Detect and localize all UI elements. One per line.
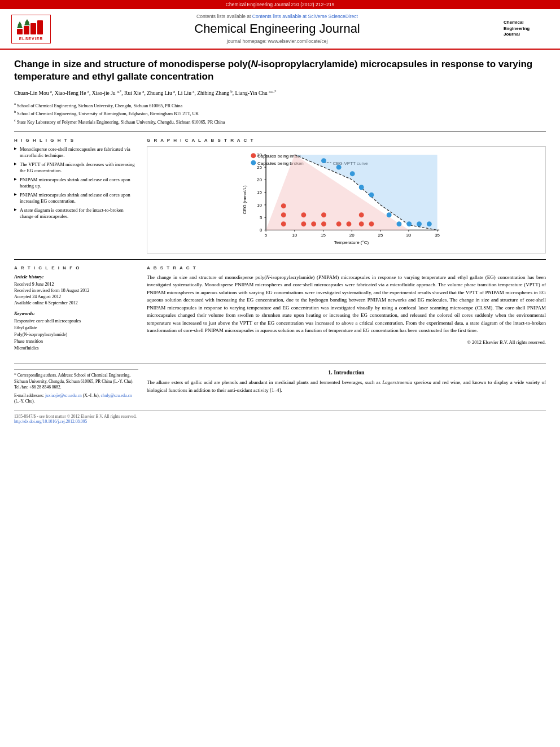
highlights-header: H I G H L I G H T S: [14, 138, 138, 143]
svg-marker-5: [24, 19, 30, 25]
svg-text:20: 20: [257, 177, 262, 182]
sciverse-link[interactable]: Contents lists available at Contents lis…: [56, 14, 498, 19]
journal-citation: Chemical Engineering Journal 210 (2012) …: [226, 2, 334, 7]
keyword-1: Responsive core-shell microcapsules: [14, 318, 138, 325]
abstract-header: A B S T R A C T: [147, 265, 546, 270]
svg-text:0: 0: [260, 228, 262, 233]
received-date: Received 9 June 2012: [14, 281, 138, 287]
abstract-column: A B S T R A C T The change in size and s…: [147, 265, 546, 357]
svg-point-61: [350, 171, 355, 176]
journal-title-area: Contents lists available at Contents lis…: [56, 14, 498, 44]
svg-point-66: [406, 221, 412, 226]
sciverse-anchor[interactable]: Contents lists available at SciVerse Sci…: [252, 14, 358, 19]
doi-link[interactable]: http://dx.doi.org/10.1016/j.cej.2012.08.…: [14, 419, 546, 424]
highlights-list: Monodisperse core-shell microcapsules ar…: [14, 146, 138, 220]
divider-1: [14, 132, 546, 132]
elsevier-tree-svg: [16, 18, 47, 36]
svg-point-8: [251, 160, 256, 165]
issn-text: 1385-8947/$ - see front matter © 2012 El…: [14, 414, 546, 419]
svg-marker-4: [17, 21, 23, 28]
svg-point-60: [336, 164, 342, 169]
svg-point-55: [347, 221, 352, 226]
svg-point-57: [359, 212, 364, 217]
journal-title-small-text: ChemicalEngineeringJournal: [504, 20, 549, 37]
journal-main-title: Chemical Engineering Journal: [56, 21, 498, 36]
svg-point-52: [321, 212, 326, 217]
chart-svg: Capsules being intact Capsules being bro…: [150, 150, 542, 250]
highlight-item-2: The VPTT of PNIPAM microgels decreases w…: [14, 161, 138, 174]
svg-text:15: 15: [257, 190, 262, 195]
svg-point-63: [369, 192, 374, 197]
svg-point-50: [301, 212, 306, 217]
svg-text:25: 25: [378, 233, 383, 238]
contents-list-text: Contents lists available at: [196, 14, 252, 19]
svg-point-65: [397, 221, 402, 226]
highlights-section: H I G H L I G H T S Monodisperse core-sh…: [14, 138, 138, 220]
doi-anchor[interactable]: http://dx.doi.org/10.1016/j.cej.2012.08.…: [14, 419, 87, 424]
keyword-3: Poly(N-isopropylacrylamide): [14, 331, 138, 338]
elsevier-brand-text: ELSEVIER: [19, 37, 43, 41]
article-title: Change in size and structure of monodisp…: [14, 58, 546, 83]
bottom-section: * Corresponding authors. Address: School…: [14, 363, 546, 405]
keyword-4: Phase transition: [14, 338, 138, 345]
revised-date: Received in revised form 18 August 2012: [14, 287, 138, 294]
affiliation-a-label: School: [17, 103, 29, 108]
svg-point-67: [417, 221, 422, 226]
highlights-abstract-section: H I G H L I G H T S Monodisperse core-sh…: [14, 138, 546, 254]
svg-text:15: 15: [321, 233, 326, 238]
highlight-item-5: A state diagram is constructed for the i…: [14, 207, 138, 220]
journal-logo-right: ChemicalEngineeringJournal: [504, 20, 549, 37]
svg-text:5: 5: [265, 233, 268, 238]
svg-point-48: [281, 203, 286, 208]
article-info-header: A R T I C L E I N F O: [14, 265, 138, 270]
email-link-1[interactable]: juxiaojie@scu.edu.cn: [45, 393, 82, 398]
graphical-abstract-chart: Capsules being intact Capsules being bro…: [147, 146, 546, 254]
license-bar: 1385-8947/$ - see front matter © 2012 El…: [14, 410, 546, 424]
svg-rect-1: [24, 26, 29, 34]
journal-header: ELSEVIER Contents lists available at Con…: [0, 9, 560, 50]
authors-line: Chuan-Lin Mou a, Xiao-Heng He a, Xiao-ji…: [14, 89, 546, 97]
svg-point-46: [281, 221, 286, 226]
svg-text:30: 30: [257, 152, 262, 157]
svg-point-59: [321, 158, 326, 163]
svg-rect-2: [30, 23, 36, 34]
svg-text:CEG (mmol/L): CEG (mmol/L): [242, 185, 247, 214]
intro-text: The alkane esters of gallic acid are phe…: [147, 379, 546, 394]
keywords-block: Keywords: Responsive core-shell microcap…: [14, 311, 138, 352]
abstract-text: The change in size and structure of mono…: [147, 274, 546, 335]
keyword-5: Microfluidics: [14, 345, 138, 352]
email-link-2[interactable]: chuly@scu.edu.cn: [101, 393, 132, 398]
keyword-2: Ethyl gallate: [14, 325, 138, 331]
accepted-date: Accepted 24 August 2012: [14, 294, 138, 300]
svg-point-51: [311, 221, 316, 226]
keywords-list: Responsive core-shell microcapsules Ethy…: [14, 318, 138, 352]
affiliation-c: c State Key Laboratory of Polymer Materi…: [14, 117, 546, 126]
svg-point-62: [359, 185, 364, 190]
graphical-abstract-header: G R A P H I C A L A B S T R A C T: [147, 138, 546, 143]
svg-text:5: 5: [260, 215, 262, 220]
email-sep-2: (L.-Y. Chu).: [14, 399, 35, 404]
elsevier-logo-graphic: [16, 18, 47, 36]
copyright-text: © 2012 Elsevier B.V. All rights reserved…: [147, 339, 546, 345]
available-date: Available online 6 September 2012: [14, 300, 138, 306]
footnote-divider: [14, 369, 138, 370]
highlight-item-3: PNIPAM microcapsules shrink and release …: [14, 177, 138, 189]
svg-text:30: 30: [406, 233, 411, 238]
svg-point-53: [336, 221, 342, 226]
highlight-item-4: PNIPAM microcapsules shrink and release …: [14, 192, 138, 204]
journal-homepage-text: journal homepage: www.elsevier.com/locat…: [56, 38, 498, 44]
corresponding-author-note: * Corresponding authors. Address: School…: [14, 373, 138, 391]
svg-text:Temperature (°C): Temperature (°C): [334, 240, 369, 245]
svg-text:25: 25: [257, 164, 262, 169]
affiliation-b: b School of Chemical Engineering, Univer…: [14, 109, 546, 117]
affiliation-a: a School of Chemical Engineering, Sichua…: [14, 101, 546, 110]
svg-point-58: [369, 221, 374, 226]
left-column: H I G H L I G H T S Monodisperse core-sh…: [14, 138, 138, 254]
svg-text:35: 35: [435, 233, 440, 238]
svg-rect-0: [17, 29, 23, 34]
graphical-abstract-section: G R A P H I C A L A B S T R A C T Capsul…: [147, 138, 546, 254]
introduction-column: 1. Introduction The alkane esters of gal…: [147, 369, 546, 405]
svg-point-56: [359, 221, 364, 226]
svg-point-47: [281, 212, 286, 217]
svg-point-68: [427, 221, 432, 226]
